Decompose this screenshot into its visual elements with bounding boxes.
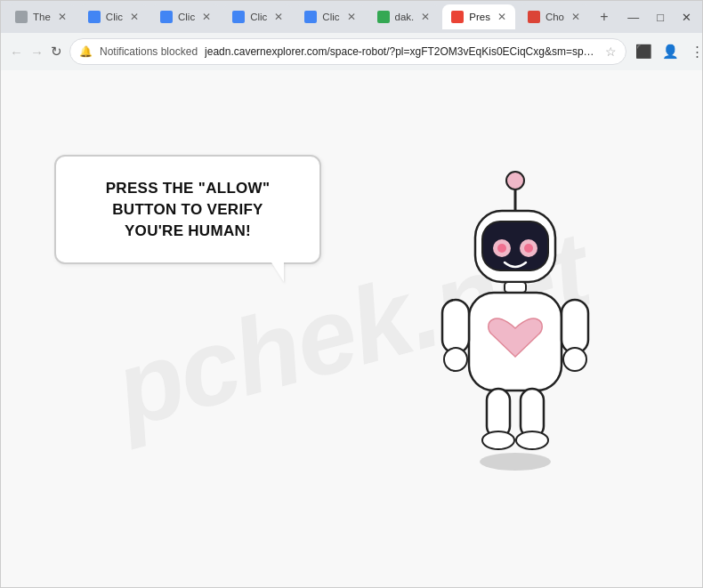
menu-icon[interactable]: ⋮ bbox=[687, 41, 703, 62]
tab-label-7: Pres bbox=[469, 12, 490, 22]
page-content: pchek.net PRESS THE "ALLOW" BUTTON TO VE… bbox=[1, 70, 702, 587]
tab-close-1[interactable]: ✕ bbox=[58, 11, 67, 23]
tab-label-1: The bbox=[33, 12, 51, 22]
svg-point-17 bbox=[516, 431, 548, 449]
speech-bubble-text: PRESS THE "ALLOW" BUTTON TO VERIFY YOU'R… bbox=[85, 178, 291, 241]
svg-rect-16 bbox=[521, 389, 544, 438]
tab-favicon-7 bbox=[451, 11, 464, 23]
bookmark-icon[interactable]: ☆ bbox=[605, 44, 617, 59]
browser-tab-6[interactable]: dak. ✕ bbox=[368, 4, 440, 29]
tabs-container: The ✕ Clic ✕ Clic ✕ Clic ✕ bbox=[6, 4, 620, 29]
url-display: jeadn.cavernexplorer.com/space-robot/?pl… bbox=[205, 45, 598, 58]
notifications-blocked-label: Notifications blocked bbox=[100, 45, 198, 58]
forward-button[interactable]: → bbox=[30, 40, 44, 63]
title-bar: The ✕ Clic ✕ Clic ✕ Clic ✕ bbox=[1, 1, 702, 33]
tab-close-6[interactable]: ✕ bbox=[421, 11, 430, 23]
browser-tab-5[interactable]: Clic ✕ bbox=[295, 4, 364, 29]
address-bar-row: ← → ↻ 🔔 Notifications blocked jeadn.cave… bbox=[1, 33, 702, 70]
browser-tab-2[interactable]: Clic ✕ bbox=[79, 4, 148, 29]
svg-point-6 bbox=[497, 244, 506, 253]
svg-rect-12 bbox=[562, 300, 588, 353]
browser-tab-7[interactable]: Pres ✕ bbox=[442, 4, 515, 29]
tab-close-3[interactable]: ✕ bbox=[202, 11, 211, 23]
browser-tab-8[interactable]: Cho ✕ bbox=[519, 4, 589, 29]
tab-favicon-1 bbox=[15, 11, 28, 23]
browser-tab-3[interactable]: Clic ✕ bbox=[151, 4, 220, 29]
robot-svg bbox=[417, 159, 613, 479]
maximize-button[interactable]: □ bbox=[651, 11, 669, 24]
tab-favicon-4 bbox=[232, 11, 245, 23]
tab-favicon-8 bbox=[528, 11, 540, 23]
svg-point-11 bbox=[444, 348, 467, 371]
robot-illustration bbox=[417, 159, 613, 479]
browser-window: The ✕ Clic ✕ Clic ✕ Clic ✕ bbox=[0, 0, 703, 588]
tab-favicon-6 bbox=[377, 11, 390, 23]
svg-rect-3 bbox=[482, 222, 548, 270]
tab-favicon-2 bbox=[88, 11, 101, 23]
tab-label-6: dak. bbox=[395, 12, 415, 22]
new-tab-button[interactable]: + bbox=[593, 5, 616, 28]
speech-bubble-wrapper: PRESS THE "ALLOW" BUTTON TO VERIFY YOU'R… bbox=[54, 155, 321, 264]
tab-label-5: Clic bbox=[322, 12, 339, 22]
svg-rect-8 bbox=[505, 282, 526, 293]
tab-label-2: Clic bbox=[106, 12, 123, 22]
refresh-button[interactable]: ↻ bbox=[51, 40, 62, 63]
robot-shadow bbox=[480, 453, 551, 471]
tab-close-2[interactable]: ✕ bbox=[130, 11, 139, 23]
svg-point-13 bbox=[563, 348, 586, 371]
profile-icon[interactable]: 👤 bbox=[660, 41, 682, 62]
tab-close-7[interactable]: ✕ bbox=[497, 11, 506, 23]
tab-label-4: Clic bbox=[250, 12, 267, 22]
speech-line2: YOU'RE HUMAN! bbox=[125, 222, 251, 239]
browser-tab-4[interactable]: Clic ✕ bbox=[223, 4, 292, 29]
svg-point-1 bbox=[506, 172, 524, 189]
svg-point-15 bbox=[482, 431, 514, 449]
window-controls: — □ ✕ bbox=[622, 11, 697, 24]
tab-favicon-3 bbox=[160, 11, 173, 23]
tab-close-5[interactable]: ✕ bbox=[347, 11, 356, 23]
speech-bubble: PRESS THE "ALLOW" BUTTON TO VERIFY YOU'R… bbox=[54, 155, 321, 264]
notifications-blocked-icon: 🔔 bbox=[79, 45, 93, 58]
tab-favicon-5 bbox=[304, 11, 317, 23]
address-field[interactable]: 🔔 Notifications blocked jeadn.cavernexpl… bbox=[69, 38, 626, 65]
tab-label-8: Cho bbox=[545, 12, 564, 22]
minimize-button[interactable]: — bbox=[622, 11, 644, 24]
back-button[interactable]: ← bbox=[10, 40, 23, 63]
svg-rect-10 bbox=[442, 300, 469, 353]
close-button[interactable]: ✕ bbox=[676, 11, 697, 24]
speech-line1: PRESS THE "ALLOW" BUTTON TO VERIFY bbox=[106, 180, 271, 218]
tab-label-3: Clic bbox=[178, 12, 195, 22]
tab-close-4[interactable]: ✕ bbox=[274, 11, 283, 23]
browser-tab-1[interactable]: The ✕ bbox=[6, 4, 76, 29]
tab-close-8[interactable]: ✕ bbox=[571, 11, 580, 23]
svg-rect-14 bbox=[487, 389, 510, 438]
address-right-icons: ⬛ 👤 ⋮ bbox=[634, 41, 703, 62]
svg-point-7 bbox=[524, 244, 533, 253]
cast-icon[interactable]: ⬛ bbox=[634, 41, 655, 62]
